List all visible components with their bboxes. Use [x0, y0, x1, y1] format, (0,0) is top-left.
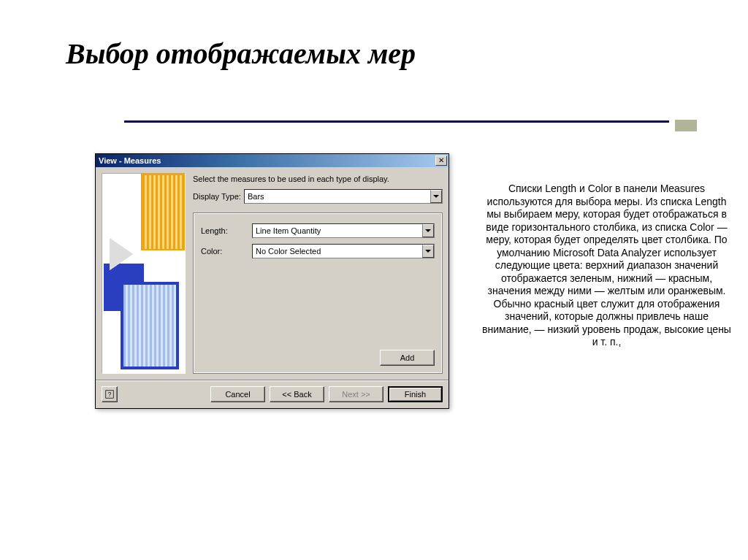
close-icon: ✕ — [438, 156, 444, 164]
next-button[interactable]: Next >> — [329, 386, 383, 402]
dialog-titlebar: View - Measures ✕ — [96, 154, 449, 167]
chevron-down-icon[interactable] — [422, 245, 434, 258]
length-value[interactable] — [253, 224, 422, 237]
color-row: Color: — [201, 244, 435, 258]
back-button[interactable]: << Back — [270, 386, 324, 402]
finish-button[interactable]: Finish — [388, 386, 443, 402]
chevron-down-icon[interactable] — [430, 190, 442, 203]
view-measures-dialog: View - Measures ✕ Select the measures to… — [95, 153, 449, 409]
display-type-value[interactable] — [245, 190, 430, 203]
display-type-label: Display Type: — [193, 192, 244, 201]
display-type-row: Display Type: — [193, 189, 443, 204]
slide-title: Выбор отображаемых мер — [66, 37, 416, 71]
length-row: Length: — [201, 223, 435, 238]
dialog-body: Select the measures to be used in each t… — [96, 167, 449, 380]
dialog-footer: ? Cancel << Back Next >> Finish — [96, 380, 449, 408]
color-label: Color: — [201, 247, 252, 256]
svg-text:?: ? — [108, 391, 112, 398]
length-label: Length: — [201, 226, 252, 235]
display-type-combo[interactable] — [244, 189, 443, 204]
measures-group: Length: Color: Add — [193, 212, 443, 374]
description-text: Списки Length и Color в панели Measures … — [481, 183, 733, 349]
dialog-instruction: Select the measures to be used in each t… — [193, 173, 443, 189]
help-icon: ? — [105, 390, 114, 399]
slide-decoration-square — [675, 120, 697, 131]
chevron-down-icon[interactable] — [422, 224, 434, 237]
cancel-button[interactable]: Cancel — [210, 386, 265, 402]
color-value[interactable] — [253, 245, 422, 258]
wizard-graphic — [102, 173, 186, 374]
close-button[interactable]: ✕ — [435, 156, 447, 166]
length-combo[interactable] — [252, 223, 435, 238]
help-button[interactable]: ? — [102, 386, 118, 402]
dialog-right-pane: Select the measures to be used in each t… — [193, 173, 443, 374]
dialog-title: View - Measures — [97, 156, 161, 165]
slide-decoration-line — [124, 120, 669, 123]
color-combo[interactable] — [252, 244, 435, 258]
add-button[interactable]: Add — [380, 350, 435, 366]
